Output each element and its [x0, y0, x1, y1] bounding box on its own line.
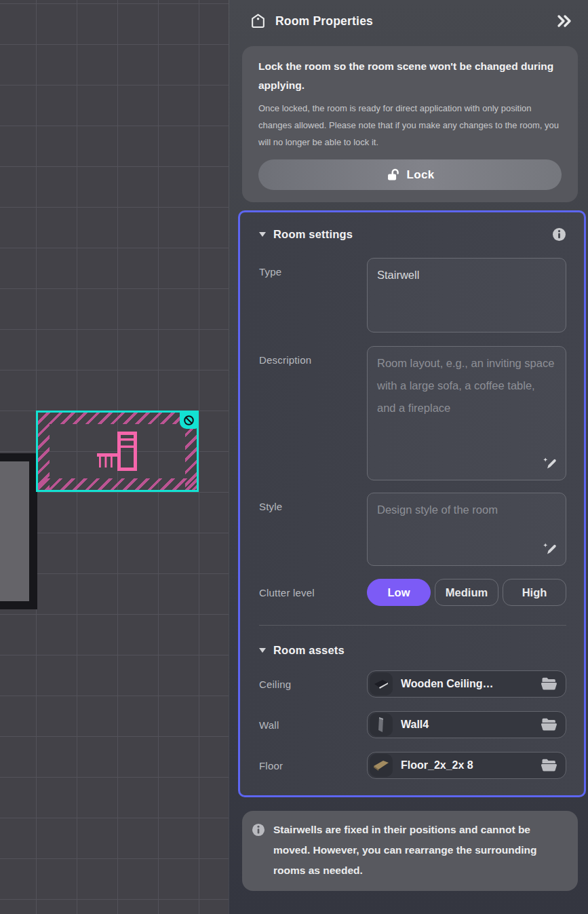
wall-asset-button[interactable]: Wall4	[367, 711, 566, 738]
info-icon	[552, 227, 566, 242]
wall-thumbnail	[370, 713, 393, 736]
description-field[interactable]	[367, 346, 566, 480]
folder-icon	[541, 759, 557, 772]
chevron-down-icon	[259, 648, 266, 653]
unlock-icon	[386, 168, 400, 182]
ceiling-asset-name: Wooden Ceiling…	[401, 678, 541, 690]
room-settings-header[interactable]: Room settings	[259, 227, 566, 242]
clutter-level-row: Clutter level Low Medium High	[259, 579, 566, 606]
folder-icon	[541, 677, 557, 691]
clutter-level-label: Clutter level	[259, 587, 367, 598]
type-row: Type Stairwell	[259, 258, 566, 332]
section-divider	[259, 625, 566, 626]
style-field[interactable]	[367, 493, 566, 566]
style-row: Style	[259, 493, 566, 566]
info-icon	[252, 823, 265, 837]
app-window: Room Properties Lock the room so the roo…	[0, 0, 588, 914]
selected-stairwell-room[interactable]	[36, 411, 199, 492]
clutter-high-button[interactable]: High	[503, 579, 566, 606]
hatch-band-top	[38, 413, 197, 424]
clutter-level-options: Low Medium High	[367, 579, 566, 606]
wall-label: Wall	[259, 719, 367, 731]
ceiling-thumbnail	[370, 672, 393, 696]
wall-asset-name: Wall4	[401, 719, 541, 731]
floor-row: Floor Floor_2x_2x 8	[259, 752, 566, 779]
room-settings-group: Room settings Type Stairwell	[238, 210, 586, 797]
style-label: Style	[259, 493, 367, 566]
wall-row: Wall Wall4	[259, 711, 566, 738]
no-move-badge	[180, 412, 197, 429]
clutter-medium-button[interactable]: Medium	[435, 579, 498, 606]
type-field[interactable]: Stairwell	[367, 258, 566, 332]
ai-generate-icon[interactable]	[542, 456, 557, 472]
lock-card: Lock the room so the room scene won't be…	[242, 46, 578, 202]
folder-icon	[541, 718, 557, 731]
floor-asset-button[interactable]: Floor_2x_2x 8	[367, 752, 566, 779]
stairs-icon	[97, 432, 138, 471]
lock-card-body: Once locked, the room is ready for direc…	[258, 100, 562, 151]
floor-asset-image	[372, 757, 390, 774]
room-properties-panel: Room Properties Lock the room so the roo…	[229, 0, 588, 914]
adjacent-room[interactable]	[0, 453, 37, 609]
room-settings-title: Room settings	[273, 228, 353, 241]
description-label: Description	[259, 346, 367, 480]
chevron-down-icon	[259, 232, 266, 237]
room-settings-info-button[interactable]	[552, 227, 566, 242]
stairwell-info-note: Stairwells are fixed in their positions …	[242, 811, 578, 891]
lock-button[interactable]: Lock	[258, 159, 562, 190]
lock-card-title: Lock the room so the room scene won't be…	[258, 57, 562, 95]
wall-asset-image	[372, 716, 390, 734]
type-label: Type	[259, 258, 367, 332]
hatch-band-bottom	[38, 478, 197, 490]
ceiling-asset-image	[372, 675, 390, 693]
panel-header: Room Properties	[229, 0, 588, 42]
ai-generate-icon[interactable]	[542, 541, 557, 557]
lock-button-label: Lock	[407, 168, 435, 182]
floor-label: Floor	[259, 760, 367, 772]
collapse-panel-button[interactable]	[553, 11, 577, 31]
panel-title: Room Properties	[275, 14, 373, 28]
ceiling-row: Ceiling Wooden Ceiling…	[259, 670, 566, 698]
description-row: Description	[259, 346, 566, 480]
room-icon	[250, 12, 267, 30]
double-chevron-right-icon	[555, 14, 574, 28]
room-assets-title: Room assets	[273, 644, 345, 657]
floor-thumbnail	[370, 754, 393, 777]
floor-asset-name: Floor_2x_2x 8	[401, 759, 541, 772]
no-entry-icon	[183, 415, 195, 426]
note-text: Stairwells are fixed in their positions …	[273, 820, 566, 881]
hatch-band-left	[38, 413, 50, 490]
clutter-low-button[interactable]: Low	[367, 579, 431, 606]
ceiling-asset-button[interactable]: Wooden Ceiling…	[367, 670, 566, 698]
room-assets-header[interactable]: Room assets	[259, 644, 566, 657]
ceiling-label: Ceiling	[259, 679, 367, 690]
